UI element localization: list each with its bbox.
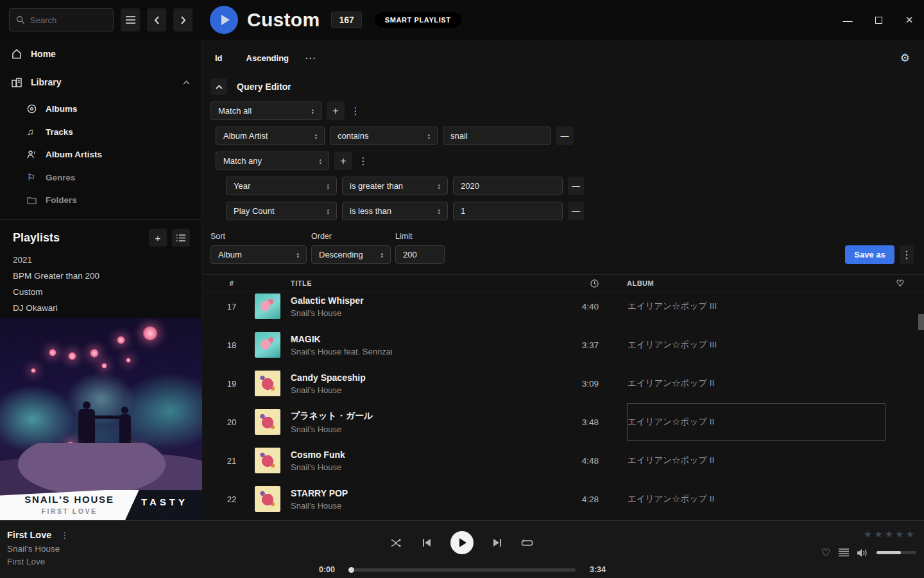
save-as-button[interactable]: Save as bbox=[845, 245, 894, 264]
track-title[interactable]: Galactic Whisper bbox=[291, 295, 554, 306]
playlist-item[interactable]: DJ Okawari bbox=[0, 300, 201, 316]
rule-value-input[interactable] bbox=[453, 202, 563, 220]
settings-gear-button[interactable]: ⚙ bbox=[900, 51, 910, 65]
search-box[interactable] bbox=[9, 8, 114, 31]
track-album-cell[interactable]: エイリアン☆ポップ II bbox=[627, 365, 886, 402]
track-album-cell[interactable]: エイリアン☆ポップ III bbox=[627, 326, 886, 363]
seek-bar[interactable] bbox=[349, 568, 576, 572]
scrollbar-thumb[interactable] bbox=[918, 314, 924, 330]
playlist-item[interactable]: 2021 bbox=[0, 252, 201, 268]
track-artist[interactable]: Snail’s House bbox=[291, 385, 554, 395]
track-artist[interactable]: Snail’s House feat. Sennzai bbox=[291, 347, 554, 356]
seek-thumb[interactable] bbox=[348, 567, 354, 573]
repeat-button[interactable] bbox=[521, 538, 533, 548]
sidebar-item-home[interactable]: Home bbox=[0, 42, 201, 66]
track-album-cell-focused[interactable]: エイリアン☆ポップ II bbox=[627, 403, 886, 441]
playlist-list-button[interactable] bbox=[172, 229, 190, 247]
now-playing-artist[interactable]: Snail’s House bbox=[7, 544, 69, 554]
volume-button[interactable] bbox=[857, 548, 868, 557]
sidebar-item-folders[interactable]: Folders bbox=[0, 189, 201, 211]
table-row[interactable]: 18 MAGIK Snail’s House feat. Sennzai 3:3… bbox=[203, 326, 924, 364]
add-playlist-button[interactable]: + bbox=[149, 229, 167, 247]
add-rule-button[interactable]: + bbox=[327, 101, 345, 120]
group-menu-button[interactable]: ⋮ bbox=[357, 152, 369, 170]
search-input[interactable] bbox=[30, 15, 101, 25]
play-playlist-button[interactable] bbox=[210, 6, 238, 34]
rule-value-input[interactable] bbox=[443, 127, 551, 145]
playlist-item[interactable]: Custom bbox=[0, 284, 201, 300]
sort-field-button[interactable]: Id bbox=[215, 53, 223, 63]
remove-rule-button[interactable]: — bbox=[568, 202, 584, 220]
queue-button[interactable] bbox=[839, 548, 849, 557]
track-album-cell[interactable]: エイリアン☆ポップ II bbox=[627, 480, 886, 518]
track-title[interactable]: Candy Spaceship bbox=[291, 372, 554, 383]
sidebar-item-library[interactable]: Library bbox=[0, 71, 201, 94]
nav-forward-button[interactable] bbox=[173, 8, 193, 31]
now-playing-album[interactable]: First Love bbox=[7, 557, 69, 566]
column-header-index[interactable]: # bbox=[219, 279, 244, 287]
track-artist[interactable]: Snail’s House bbox=[291, 425, 554, 434]
hamburger-icon bbox=[126, 16, 135, 24]
rule-value-input[interactable] bbox=[453, 177, 563, 195]
track-album: エイリアン☆ポップ II bbox=[628, 455, 714, 466]
limit-input[interactable] bbox=[395, 245, 445, 264]
remove-rule-button[interactable]: — bbox=[556, 127, 574, 145]
table-row[interactable]: 22 STARRY POP Snail’s House 4:28 エイリアン☆ポ… bbox=[203, 480, 924, 518]
rule-field-select[interactable]: Year ▴▾ bbox=[226, 177, 337, 195]
rule-operator-select[interactable]: is greater than ▴▾ bbox=[342, 177, 448, 195]
track-artist[interactable]: Snail’s House bbox=[291, 308, 554, 318]
table-row[interactable]: 21 Cosmo Funk Snail’s House 4:48 エイリアン☆ポ… bbox=[203, 441, 924, 480]
maximize-button[interactable] bbox=[873, 14, 884, 26]
next-track-button[interactable] bbox=[493, 538, 502, 547]
playlist-item[interactable]: BPM Greater than 200 bbox=[0, 268, 201, 284]
sort-select[interactable]: Album ▴▾ bbox=[210, 245, 307, 264]
nav-back-button[interactable] bbox=[147, 8, 166, 31]
track-title[interactable]: MAGIK bbox=[291, 334, 554, 344]
sidebar-item-album-artists[interactable]: Album Artists bbox=[0, 143, 201, 166]
menu-button[interactable] bbox=[121, 8, 140, 31]
save-menu-button[interactable]: ⋮ bbox=[900, 245, 914, 264]
column-header-duration[interactable] bbox=[554, 279, 599, 288]
rating-stars[interactable]: ★★★★★ bbox=[864, 529, 916, 540]
table-row[interactable]: 20 プラネット・ガール Snail’s House 3:48 エイリアン☆ポッ… bbox=[203, 403, 924, 441]
minimize-button[interactable]: — bbox=[842, 14, 853, 26]
close-button[interactable]: × bbox=[903, 14, 915, 26]
library-icon bbox=[12, 78, 22, 87]
toolbar-more-button[interactable]: ⋯ bbox=[305, 51, 316, 65]
track-title[interactable]: Cosmo Funk bbox=[291, 450, 554, 460]
favorite-button[interactable]: ♡ bbox=[821, 547, 830, 559]
rule-operator-select[interactable]: is less than ▴▾ bbox=[342, 202, 448, 220]
track-artist[interactable]: Snail’s House bbox=[291, 462, 554, 472]
track-artist[interactable]: Snail’s House bbox=[291, 501, 554, 511]
order-select[interactable]: Descending ▴▾ bbox=[311, 245, 391, 264]
now-playing-menu-button[interactable]: ⋮ bbox=[60, 530, 69, 540]
sort-direction-button[interactable]: Ascending bbox=[246, 53, 289, 63]
previous-track-button[interactable] bbox=[422, 538, 431, 547]
track-title[interactable]: プラネット・ガール bbox=[291, 410, 554, 422]
track-album-cell[interactable]: エイリアン☆ポップ III bbox=[627, 292, 886, 325]
shuffle-button[interactable] bbox=[391, 538, 403, 548]
remove-rule-button[interactable]: — bbox=[568, 177, 584, 195]
now-playing-cover-art[interactable]: SNAIL'S HOUSE FIRST LOVE TASTY · · · · ·… bbox=[0, 318, 202, 520]
table-row[interactable]: 19 Candy Spaceship Snail’s House 3:09 エイ… bbox=[203, 364, 924, 403]
rule-group-menu-button[interactable]: ⋮ bbox=[350, 101, 361, 120]
column-header-album[interactable]: ALBUM bbox=[619, 279, 886, 287]
sidebar-item-genres[interactable]: ⚐ Genres bbox=[0, 166, 201, 189]
group-match-type-select[interactable]: Match any ▴▾ bbox=[216, 152, 329, 170]
volume-slider[interactable] bbox=[877, 551, 916, 554]
table-row[interactable]: 17 Galactic Whisper Snail’s House 4:40 エ… bbox=[203, 292, 924, 326]
track-album-cell[interactable]: エイリアン☆ポップ II bbox=[627, 442, 886, 479]
sidebar-item-tracks[interactable]: ♫ Tracks bbox=[0, 120, 201, 143]
rule-operator-select[interactable]: contains ▴▾ bbox=[330, 127, 438, 145]
track-title[interactable]: STARRY POP bbox=[291, 488, 554, 498]
column-header-favorite[interactable]: ♡ bbox=[886, 278, 915, 288]
rule-field-select[interactable]: Album Artist ▴▾ bbox=[216, 127, 325, 145]
sidebar-item-albums[interactable]: Albums bbox=[0, 98, 201, 120]
rule-field-select[interactable]: Play Count ▴▾ bbox=[226, 202, 337, 220]
play-pause-button[interactable] bbox=[450, 531, 474, 554]
query-editor-collapse-button[interactable] bbox=[210, 78, 227, 95]
now-playing-title[interactable]: First Love bbox=[7, 530, 51, 540]
match-type-select[interactable]: Match all ▴▾ bbox=[210, 101, 321, 120]
add-group-rule-button[interactable]: + bbox=[334, 152, 352, 170]
column-header-title[interactable]: TITLE bbox=[291, 279, 554, 287]
